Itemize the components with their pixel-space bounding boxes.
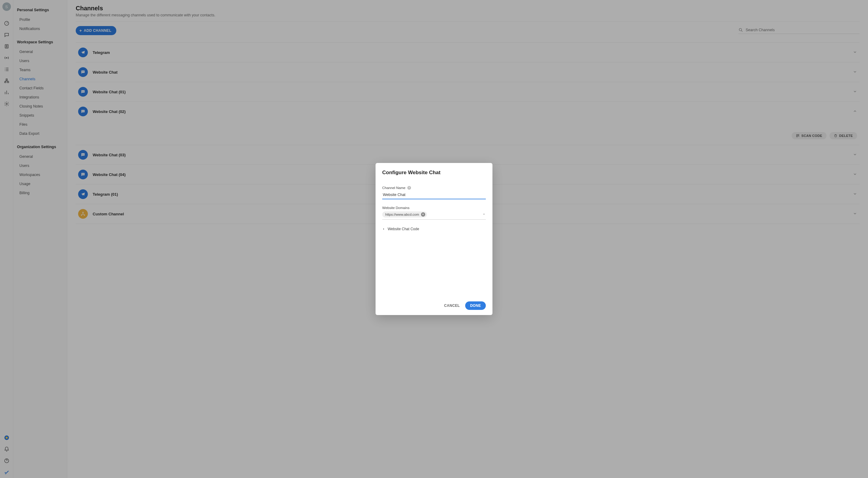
- channel-name-input[interactable]: [382, 191, 486, 199]
- modal-title: Configure Website Chat: [382, 170, 486, 176]
- domain-chip-text: https://www.abcd.com: [385, 213, 419, 216]
- dropdown-caret-icon[interactable]: [482, 212, 486, 217]
- cancel-button[interactable]: CANCEL: [440, 301, 463, 310]
- configure-channel-modal: Configure Website Chat Channel Name ? We…: [376, 163, 492, 315]
- domain-chip: https://www.abcd.com ✕: [382, 211, 427, 217]
- code-toggle-label: Website Chat Code: [388, 227, 419, 231]
- help-tooltip-icon[interactable]: ?: [407, 186, 411, 190]
- website-domains-input[interactable]: https://www.abcd.com ✕: [382, 211, 486, 219]
- website-chat-code-toggle[interactable]: Website Chat Code: [382, 227, 486, 231]
- website-domains-label: Website Domains: [382, 206, 486, 210]
- chevron-right-icon: [382, 228, 385, 231]
- done-button[interactable]: DONE: [465, 301, 486, 310]
- remove-chip-icon[interactable]: ✕: [421, 212, 425, 217]
- channel-name-label: Channel Name ?: [382, 186, 486, 190]
